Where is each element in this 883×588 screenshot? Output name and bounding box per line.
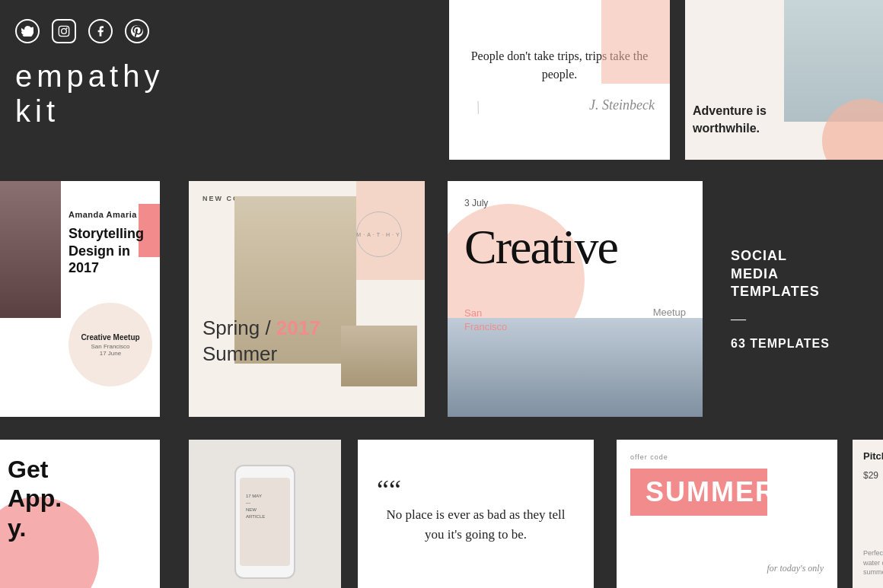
- card-top-quote: / People don't take trips, trips take th…: [449, 0, 670, 160]
- circle-logo: M·A·T·H·Y: [356, 211, 402, 257]
- svg-point-1: [62, 29, 67, 34]
- meetup-badge: Creative Meetup San Francisco17 June: [69, 303, 152, 386]
- spring-title: Spring / 2017 Summer: [202, 316, 320, 367]
- card-creative: 3 July Creative San Francisco Meetup: [448, 181, 703, 417]
- smt-dash: —: [731, 310, 883, 328]
- summer-box: SUMMER: [630, 469, 767, 516]
- phone-device: 17 MAY—NEWARTICLE: [234, 465, 295, 579]
- quote-signature: J. Steinbeck: [589, 97, 655, 113]
- svg-point-2: [66, 27, 68, 29]
- pitcher-price: $29: [863, 470, 878, 481]
- svg-rect-0: [59, 26, 69, 36]
- card-noplace-quote: ““ No place is ever as bad as they tell …: [358, 440, 594, 588]
- pinterest-icon[interactable]: [125, 19, 149, 43]
- brand-line2: kit: [15, 94, 167, 129]
- city-label: San Francisco: [464, 307, 507, 334]
- brand-title: empathy kit: [15, 59, 167, 129]
- creative-title: Creative: [464, 219, 617, 275]
- smt-templates: TEMPLATES: [731, 283, 883, 300]
- social-media-templates-area: SOCIAL MEDIA TEMPLATES — 63 TEMPLATES: [723, 181, 883, 417]
- brand-line1: empathy: [15, 59, 167, 94]
- facebook-icon[interactable]: [88, 19, 113, 43]
- card-top-adventure: Adventure is worthwhile.: [685, 0, 883, 160]
- card-storytelling: Amanda Amaria Storytelling Design in 201…: [0, 181, 160, 417]
- app-text: GetApp.y.: [8, 455, 62, 542]
- twitter-icon[interactable]: [15, 19, 40, 43]
- summer-word: SUMMER: [646, 476, 752, 508]
- badge-label: Creative Meetup: [81, 333, 139, 342]
- offer-label: offer code: [630, 453, 668, 461]
- pitcher-title: Pitcher. Dot: [863, 450, 883, 462]
- smt-count: 63 TEMPLATES: [731, 337, 883, 351]
- badge-sub: San Francisco17 June: [91, 343, 129, 357]
- social-icons-row: [15, 19, 167, 43]
- phone-screen: 17 MAY—NEWARTICLE: [240, 478, 290, 566]
- quote-marks: ““: [377, 482, 401, 499]
- adventure-text: Adventure is worthwhile.: [693, 103, 799, 137]
- storytelling-photo: [0, 181, 61, 318]
- spring-photo-small: [341, 326, 417, 386]
- creative-date: 3 July: [464, 198, 488, 208]
- pitcher-desc: Perfect for serving cold water on a hot …: [863, 548, 883, 577]
- card-spring: NEW COLLECTION M·A·T·H·Y Spring / 2017 S…: [189, 181, 425, 417]
- peach-rectangle-deco: [601, 0, 670, 84]
- header-area: empathy kit: [0, 0, 183, 167]
- card-summer: offer code SUMMER for today's only: [617, 440, 837, 588]
- meetup-label: Meetup: [653, 307, 686, 318]
- smt-media: MEDIA: [731, 265, 883, 283]
- slash-deco: /: [473, 97, 485, 119]
- card-pitcher: Pitcher. Dot $29 Perfect for serving col…: [853, 440, 883, 588]
- story-title: Storytelling Design in 2017: [69, 225, 156, 277]
- noplace-quote-text: No place is ever as bad as they tell you…: [377, 505, 575, 545]
- for-today: for today's only: [767, 563, 824, 574]
- instagram-icon[interactable]: [52, 19, 76, 43]
- author-name: Amanda Amaria: [69, 210, 137, 219]
- card-getapp: GetApp.y.: [0, 440, 160, 588]
- smt-social: SOCIAL: [731, 247, 883, 265]
- card-phone-mockup: 17 MAY—NEWARTICLE: [189, 440, 341, 588]
